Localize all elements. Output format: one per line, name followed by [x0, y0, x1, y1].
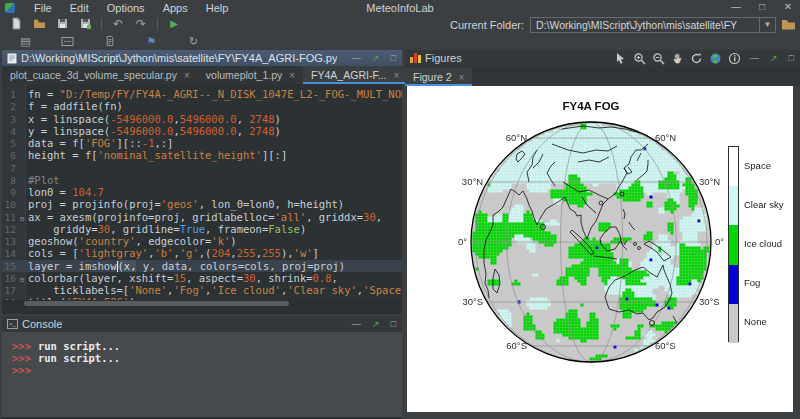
tab-2[interactable]: volumeplot_1.py×: [198, 66, 303, 84]
menu-options[interactable]: Options: [98, 1, 154, 15]
window-close-button[interactable]: ✕: [782, 1, 794, 12]
menu-help[interactable]: Help: [197, 1, 238, 15]
figure-title: FY4A FOG: [511, 100, 671, 112]
open-file-icon[interactable]: [32, 17, 46, 31]
editor-float-button[interactable]: ↗: [372, 53, 380, 63]
figure-canvas[interactable]: FY4A FOG 60°N60°N30°N30°N0°0°30°S30°S60°…: [407, 86, 793, 412]
menu-file[interactable]: File: [25, 1, 61, 15]
code-editor[interactable]: 1 fn = "D:/Temp/FY/FY4A-_AGRI--_N_DISK_1…: [2, 84, 402, 307]
code-text: ticklabels=['None','Fog','Ice cloud','Cl…: [28, 284, 402, 296]
figures-float-button[interactable]: ↗: [770, 53, 778, 63]
menu-edit[interactable]: Edit: [61, 1, 98, 15]
code-line-6: 6 height = f['nominal_satellite_height']…: [2, 149, 402, 161]
new-file-icon[interactable]: [9, 17, 23, 31]
code-line-14: 14 cols = ['lightgray','b','g',(204,255,…: [2, 247, 402, 259]
console-output[interactable]: >>>run script...>>>run script...>>>: [2, 332, 402, 376]
new-script-icon[interactable]: [102, 34, 117, 48]
code-segment: 'Clear sky': [287, 284, 357, 296]
code-segment: 'g': [180, 247, 199, 259]
current-folder-bar: Current Folder: D:\Working\MIScript\Jyth…: [450, 16, 795, 33]
pointer-icon[interactable]: [613, 51, 628, 65]
code-segment: 30: [243, 272, 256, 284]
figures-maximize-button[interactable]: □: [789, 53, 794, 63]
identify-icon[interactable]: [727, 51, 742, 65]
code-segment: ): [275, 125, 281, 137]
code-segment: layer = imshow: [28, 260, 117, 272]
globe-icon[interactable]: [708, 51, 723, 65]
tab-figure-2[interactable]: Figure 2 ×: [405, 68, 472, 86]
window-maximize-button[interactable]: □: [756, 1, 768, 12]
editor-minimize-button[interactable]: —: [352, 53, 361, 63]
figures-title-bar[interactable]: Figures — ↗ □: [405, 50, 800, 66]
close-icon[interactable]: ×: [393, 70, 399, 81]
scrollbar-thumb[interactable]: [24, 301, 289, 306]
code-segment: 'k': [211, 235, 230, 247]
code-segment: , shrink=: [256, 272, 313, 284]
tab-1[interactable]: plot_cuace_3d_volume_specular.py×: [2, 66, 198, 84]
code-segment: , gridline=: [110, 223, 180, 235]
code-segment: ]: [313, 247, 319, 259]
code-segment: 'None': [129, 284, 167, 296]
current-folder-combobox[interactable]: D:\Working\MIScript\Jython\mis\satellite…: [530, 17, 776, 33]
code-line-10: 10 proj = projinfo(proj='geos', lon_0=lo…: [2, 198, 402, 210]
colorbar-label: Clear sky: [744, 199, 784, 210]
console-float-button[interactable]: ↗: [372, 319, 380, 329]
editor-maximize-button[interactable]: □: [391, 53, 396, 63]
code-segment: cols = [: [28, 247, 79, 259]
colorbar-label: None: [744, 316, 767, 327]
code-segment: 5496000.0: [180, 125, 237, 137]
pan-icon[interactable]: [670, 51, 685, 65]
code-segment: 30: [98, 223, 111, 235]
rotate-icon[interactable]: [689, 51, 704, 65]
apps-grid-icon[interactable]: ▤: [18, 34, 33, 48]
data-flag-icon[interactable]: ⚑: [144, 34, 159, 48]
run-script-icon[interactable]: ▶: [167, 17, 181, 31]
code-line-16: 16⊟colorbar(layer, xshift=15, aspect=30,…: [2, 272, 402, 284]
code-segment: 5496000.0: [180, 113, 237, 125]
colorbar-label: Ice cloud: [744, 238, 782, 249]
code-segment: 2748: [249, 113, 274, 125]
console-line: >>>: [12, 364, 402, 376]
code-segment: 'country': [79, 235, 136, 247]
code-segment: ,:]: [154, 137, 173, 149]
tab-3[interactable]: FY4A_AGRI-F...×: [303, 66, 407, 84]
grid-label: 60°S: [655, 340, 676, 351]
code-text: geoshow('country', edgecolor='k'): [28, 235, 237, 247]
editor-horizontal-scrollbar[interactable]: [2, 300, 402, 307]
console-minimize-button[interactable]: —: [352, 319, 361, 329]
app-logo-icon: [5, 3, 15, 13]
colorbar-label: Fog: [744, 277, 760, 288]
console-toggle-icon[interactable]: [60, 34, 75, 48]
code-text: x = linspace(-5496000.0,5496000.0, 2748): [28, 113, 281, 125]
code-segment: 'geos': [161, 198, 199, 210]
code-line-1: 1 fn = "D:/Temp/FY/FY4A-_AGRI--_N_DISK_1…: [2, 88, 402, 100]
code-segment: 104.7: [72, 186, 104, 198]
close-icon[interactable]: ×: [184, 70, 190, 81]
save-icon[interactable]: [55, 17, 69, 31]
zoom-out-icon[interactable]: [651, 51, 666, 65]
close-icon[interactable]: ×: [459, 72, 465, 83]
editor-title-bar[interactable]: D:\Working\MIScript\Jython\mis\satellite…: [2, 50, 402, 66]
menu-apps[interactable]: Apps: [154, 1, 197, 15]
refresh-icon[interactable]: ↻: [186, 34, 201, 48]
figures-minimize-button[interactable]: —: [750, 53, 759, 63]
colorbar-segment: [729, 186, 738, 225]
console-maximize-button[interactable]: □: [391, 319, 396, 329]
code-segment: , lon_0=lon0, h=height): [199, 198, 344, 210]
save-as-icon[interactable]: [78, 17, 92, 31]
code-segment: -1: [142, 137, 155, 149]
console-title-bar[interactable]: >_ Console — ↗ □: [2, 316, 402, 332]
grid-label: 30°S: [699, 296, 720, 307]
grid-label: 30°N: [699, 176, 720, 187]
undo-icon[interactable]: ↶: [111, 17, 125, 31]
zoom-in-icon[interactable]: [632, 51, 647, 65]
window-minimize-button[interactable]: —: [730, 1, 742, 12]
code-segment: x = linspace(: [28, 113, 110, 125]
code-segment: "D:/Temp/FY/FY4A-_AGRI--_N_DISK_1047E_L2…: [60, 88, 402, 100]
chevron-down-icon[interactable]: ▼: [759, 18, 775, 32]
tab-label: volumeplot_1.py: [206, 69, 282, 81]
editor-panel: D:\Working\MIScript\Jython\mis\satellite…: [2, 50, 402, 314]
redo-icon[interactable]: ↷: [134, 17, 148, 31]
close-icon[interactable]: ×: [289, 70, 295, 81]
browse-folder-button[interactable]: [782, 19, 795, 30]
